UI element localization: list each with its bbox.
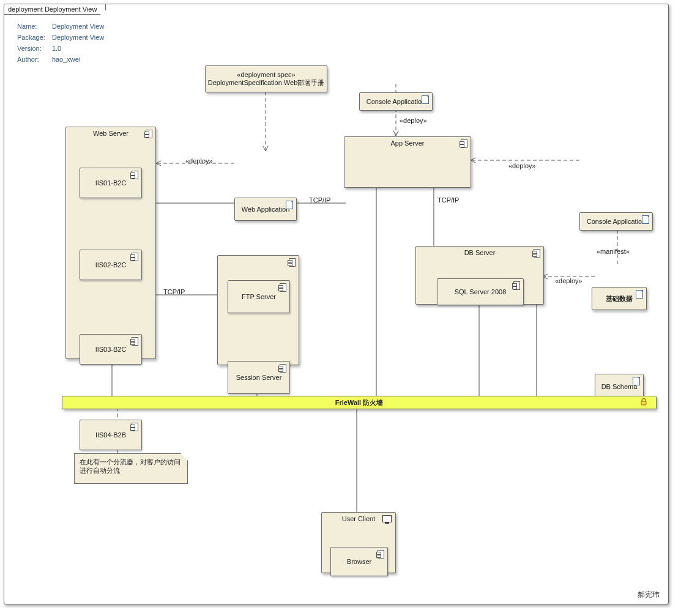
artifact-icon (633, 377, 640, 385)
app-server-title: App Server (344, 137, 471, 150)
iis01-label: IIS01-B2C (95, 179, 127, 187)
svg-rect-0 (641, 401, 646, 405)
console-app-top[interactable]: Console Application (359, 92, 433, 111)
web-application-label: Web Application (242, 206, 290, 213)
session-server-label: Session Server (236, 374, 282, 381)
mid-server-node[interactable]: FTP Server Session Server (217, 255, 299, 365)
sql-server[interactable]: SQL Server 2008 (437, 278, 524, 305)
browser[interactable]: Browser (330, 547, 388, 576)
db-schema-label: DB Schema (601, 383, 638, 390)
note-flow-splitter[interactable]: 在此有一个分流器，对客户的访问进行自动分流 (74, 453, 188, 484)
node-icon (132, 253, 138, 261)
node-icon (289, 258, 296, 267)
iis03[interactable]: IIS03-B2C (80, 334, 142, 365)
node-icon (378, 550, 384, 558)
lock-icon (640, 398, 647, 406)
iis02-label: IIS02-B2C (95, 261, 127, 269)
metadata-block: Name:Deployment View Package:Deployment … (15, 20, 106, 65)
tcpip-label-3: TCP/IP (163, 288, 185, 295)
artifact-icon (422, 95, 429, 104)
device-icon (382, 515, 392, 522)
console-app-right[interactable]: Console Application (579, 212, 653, 231)
web-server-title: Web Server (66, 127, 155, 141)
base-data-label: 基础数据 (606, 294, 633, 303)
deploy-label-2: «deploy» (400, 117, 427, 124)
mid-server-title (218, 256, 299, 262)
node-icon (132, 171, 138, 179)
iis01[interactable]: IIS01-B2C (80, 168, 142, 198)
node-icon (132, 423, 138, 431)
web-server-node[interactable]: Web Server IIS01-B2C IIS02-B2C IIS03-B2C… (65, 127, 156, 359)
sql-server-label: SQL Server 2008 (455, 288, 507, 295)
deployment-spec-stereo: «deployment spec» (237, 71, 295, 78)
deploy-label-4: «deploy» (555, 277, 582, 284)
firewall-label: FrieWall 防火墙 (335, 398, 383, 407)
node-icon (513, 281, 520, 290)
tcpip-label-1: TCP/IP (309, 196, 330, 204)
meta-version: 1.0 (51, 43, 105, 53)
meta-author: hao_xwei (51, 54, 105, 64)
node-icon (280, 364, 286, 373)
browser-label: Browser (347, 558, 371, 565)
ftp-server[interactable]: FTP Server (228, 280, 290, 313)
meta-author-label: Author: (17, 54, 50, 64)
iis02[interactable]: IIS02-B2C (80, 250, 142, 280)
db-server-node[interactable]: DB Server SQL Server 2008 (415, 246, 544, 305)
console-app-top-label: Console Application (367, 98, 426, 105)
artifact-icon (642, 215, 649, 224)
iis03-label: IIS03-B2C (95, 346, 127, 353)
meta-name: Deployment View (51, 21, 105, 31)
deploy-label-3: «deploy» (508, 162, 536, 169)
user-client-node[interactable]: User Client Browser (321, 512, 396, 573)
node-icon (146, 130, 152, 138)
iis04[interactable]: IIS04-B2B (80, 420, 142, 450)
deployment-spec-name: DeploymentSpecification Web部署手册 (208, 78, 325, 87)
deploy-label-1: «deploy» (185, 157, 213, 165)
tcpip-label-2: TCP/IP (437, 196, 459, 204)
node-icon (280, 283, 286, 292)
node-icon (461, 139, 467, 148)
iis04-label: IIS04-B2B (95, 431, 126, 439)
node-icon (132, 337, 138, 346)
artifact-icon (286, 201, 293, 209)
footer-author: 郝宪玮 (638, 590, 660, 600)
note-text: 在此有一个分流器，对客户的访问进行自动分流 (80, 458, 180, 474)
meta-package-label: Package: (17, 32, 50, 42)
firewall-boundary[interactable]: FrieWall 防火墙 (62, 396, 657, 409)
meta-name-label: Name: (17, 21, 50, 31)
base-data[interactable]: 基础数据 (592, 287, 647, 310)
manifest-label: «manifest» (597, 248, 630, 255)
artifact-icon (636, 290, 643, 299)
console-app-right-label: Console Application (587, 218, 646, 225)
diagram-tab: deployment Deployment View (4, 4, 106, 15)
web-application[interactable]: Web Application (234, 198, 297, 221)
meta-package: Deployment View (51, 32, 105, 42)
ftp-server-label: FTP Server (242, 293, 276, 300)
session-server[interactable]: Session Server (228, 361, 290, 394)
diagram-frame: deployment Deployment View Name:Deployme… (4, 4, 669, 604)
node-icon (534, 249, 540, 258)
deployment-spec[interactable]: «deployment spec» DeploymentSpecificatio… (205, 65, 327, 92)
db-server-title: DB Server (416, 247, 543, 260)
meta-version-label: Version: (17, 43, 50, 53)
app-server-node[interactable]: App Server (344, 136, 471, 188)
